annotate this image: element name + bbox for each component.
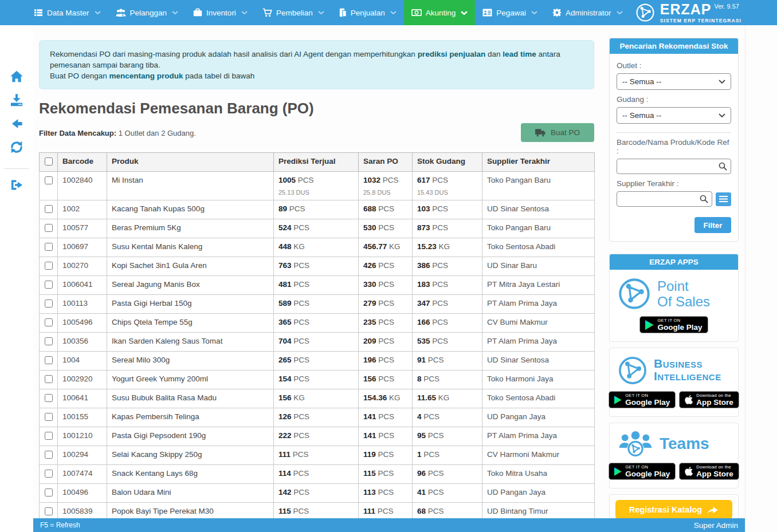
supplier-list-button[interactable] bbox=[716, 192, 731, 206]
supplier-cell: Toko Sentosa Abadi bbox=[482, 238, 595, 257]
saran-cell: 456.77 KG bbox=[359, 238, 413, 257]
row-checkbox[interactable] bbox=[45, 205, 53, 213]
table-row: 100270Kopi Sachet 3in1 Gula Aren763 PCS4… bbox=[40, 257, 595, 276]
chevron-down-icon bbox=[95, 11, 101, 14]
row-checkbox[interactable] bbox=[45, 394, 53, 402]
prediksi-cell: 114 PCS bbox=[274, 465, 359, 484]
table-row: 1002Kacang Tanah Kupas 500g89 PCS688 PCS… bbox=[40, 200, 595, 219]
nav-item-penjualan[interactable]: Penjualan bbox=[332, 0, 404, 25]
registrasi-katalog-label: Registrasi Katalog bbox=[629, 505, 702, 514]
google-play-badge[interactable]: GET IT ONGoogle Play bbox=[609, 391, 676, 408]
supplier-cell: PT Mitra Jaya Lestari bbox=[482, 276, 595, 295]
barcode-search-input[interactable] bbox=[617, 159, 731, 174]
gudang-select[interactable]: -- Semua -- bbox=[617, 107, 731, 124]
saran-cell: 530 PCS bbox=[359, 219, 413, 238]
top-navbar: Data Master Pelanggan Inventori Pembelia… bbox=[0, 0, 777, 25]
row-checkbox[interactable] bbox=[45, 507, 53, 515]
barcode-cell: 1005496 bbox=[58, 314, 107, 333]
table-row: 1007474Snack Kentang Lays 68g114 PCS115 … bbox=[40, 465, 595, 484]
refresh-icon[interactable] bbox=[10, 140, 23, 154]
brand-name: ERZAP bbox=[660, 2, 712, 17]
supplier-search-input[interactable] bbox=[617, 191, 712, 207]
app-store-badge[interactable]: Download on theApp Store bbox=[679, 391, 739, 408]
filter-button[interactable]: Filter bbox=[694, 217, 731, 233]
header-stok: Stok Gudang bbox=[413, 153, 482, 172]
buat-po-button[interactable]: Buat PO bbox=[521, 123, 594, 142]
app-store-badge[interactable]: Download on theApp Store bbox=[679, 463, 739, 480]
produk-cell: Selai Kacang Skippy 250g bbox=[107, 446, 274, 465]
logout-icon[interactable] bbox=[10, 178, 23, 192]
row-checkbox[interactable] bbox=[45, 488, 53, 496]
stok-cell: 41 PCS bbox=[413, 484, 482, 503]
back-arrow-icon[interactable] bbox=[10, 117, 23, 131]
chevron-down-icon bbox=[531, 11, 537, 14]
row-checkbox[interactable] bbox=[45, 300, 53, 308]
row-checkbox[interactable] bbox=[45, 451, 53, 459]
banner-bold-mencentang: mencentang produk bbox=[109, 72, 183, 80]
table-row: 1005496Chips Qtela Tempe 55g365 PCS235 P… bbox=[40, 314, 595, 333]
row-checkbox[interactable] bbox=[45, 262, 53, 270]
app-card-teams: Teams GET IT ONGoogle Play Download on t… bbox=[609, 423, 739, 488]
row-checkbox[interactable] bbox=[45, 318, 53, 326]
supplier-cell: CV Bumi Makmur bbox=[482, 314, 595, 333]
row-checkbox[interactable] bbox=[45, 337, 53, 345]
barcode-cell: 1004 bbox=[58, 352, 107, 371]
erzap-bi-logo-icon bbox=[618, 356, 647, 385]
money-icon bbox=[411, 9, 422, 16]
row-checkbox[interactable] bbox=[45, 243, 53, 251]
nav-label: Data Master bbox=[47, 9, 89, 17]
produk-cell: Snack Kentang Lays 68g bbox=[107, 465, 274, 484]
row-checkbox-cell bbox=[40, 465, 58, 484]
produk-cell: Ikan Sarden Kaleng Saus Tomat bbox=[107, 333, 274, 352]
row-checkbox[interactable] bbox=[45, 176, 53, 184]
list-lines-icon bbox=[719, 196, 728, 202]
outlet-label: Outlet : bbox=[617, 61, 731, 70]
app-card-pos: ERZAP APPS Point Of Sales GET IT ONGoogl… bbox=[609, 254, 739, 342]
brand-logo: ERZAP Ver. 9.57 SISTEM ERP TERINTEGRASI bbox=[635, 0, 741, 25]
row-checkbox[interactable] bbox=[45, 375, 53, 383]
google-play-badge[interactable]: GET IT ONGoogle Play bbox=[609, 463, 676, 480]
registrasi-katalog-button[interactable]: Registrasi Katalog bbox=[615, 500, 732, 519]
stok-cell: 183 PCS bbox=[413, 276, 482, 295]
table-row: 100697Susu Kental Manis Kaleng448 KG456.… bbox=[40, 238, 595, 257]
header-supplier: Supplier Terakhir bbox=[482, 153, 595, 172]
nav-item-administrator[interactable]: Administrator bbox=[545, 0, 630, 25]
produk-cell: Susu Bubuk Balita Rasa Madu bbox=[107, 389, 274, 408]
footer-bar: F5 = Refresh Super Admin bbox=[33, 518, 745, 532]
main-menu: Data Master Pelanggan Inventori Pembelia… bbox=[26, 0, 630, 25]
badge-bottom-text: Google Play bbox=[625, 470, 670, 478]
row-checkbox[interactable] bbox=[45, 413, 53, 421]
nav-label: Pembelian bbox=[276, 9, 313, 17]
google-play-badge[interactable]: GET IT ONGoogle Play bbox=[639, 316, 708, 333]
supplier-cell: UD Pangan Jaya bbox=[482, 484, 595, 503]
select-all-cell bbox=[40, 153, 58, 172]
outlet-select[interactable]: -- Semua -- bbox=[617, 73, 731, 90]
nav-item-pelanggan[interactable]: Pelanggan bbox=[108, 0, 186, 25]
search-icon[interactable] bbox=[719, 162, 727, 171]
barcode-search-label: Barcode/Nama Produk/Kode Ref : bbox=[617, 138, 731, 155]
row-checkbox-cell bbox=[40, 295, 58, 314]
app-root: Data Master Pelanggan Inventori Pembelia… bbox=[0, 0, 777, 532]
saran-cell: 426 PCS bbox=[359, 257, 413, 276]
row-checkbox[interactable] bbox=[45, 432, 53, 440]
row-checkbox[interactable] bbox=[45, 281, 53, 289]
download-icon[interactable] bbox=[10, 93, 23, 107]
home-icon[interactable] bbox=[10, 70, 23, 84]
select-all-checkbox[interactable] bbox=[45, 157, 53, 165]
nav-item-akunting[interactable]: Akunting bbox=[404, 0, 476, 25]
nav-item-pegawai[interactable]: Pegawai bbox=[475, 0, 545, 25]
nav-item-data-master[interactable]: Data Master bbox=[26, 0, 108, 25]
produk-cell: Pasta Gigi Herbal 150g bbox=[107, 295, 274, 314]
prediksi-cell: 154 PCS bbox=[274, 371, 359, 389]
supplier-cell: PT Alam Prima Jaya bbox=[482, 295, 595, 314]
search-icon[interactable] bbox=[700, 195, 708, 203]
stok-cell: 96 PCS bbox=[413, 465, 482, 484]
nav-item-pembelian[interactable]: Pembelian bbox=[255, 0, 332, 25]
row-checkbox[interactable] bbox=[45, 356, 53, 364]
nav-item-inventori[interactable]: Inventori bbox=[186, 0, 255, 25]
row-checkbox[interactable] bbox=[45, 224, 53, 232]
prediksi-cell: 1005 PCS25.13 DUS bbox=[274, 172, 359, 200]
erzap-teams-logo-icon bbox=[618, 431, 653, 457]
row-checkbox[interactable] bbox=[45, 470, 53, 478]
google-play-icon bbox=[645, 320, 654, 330]
